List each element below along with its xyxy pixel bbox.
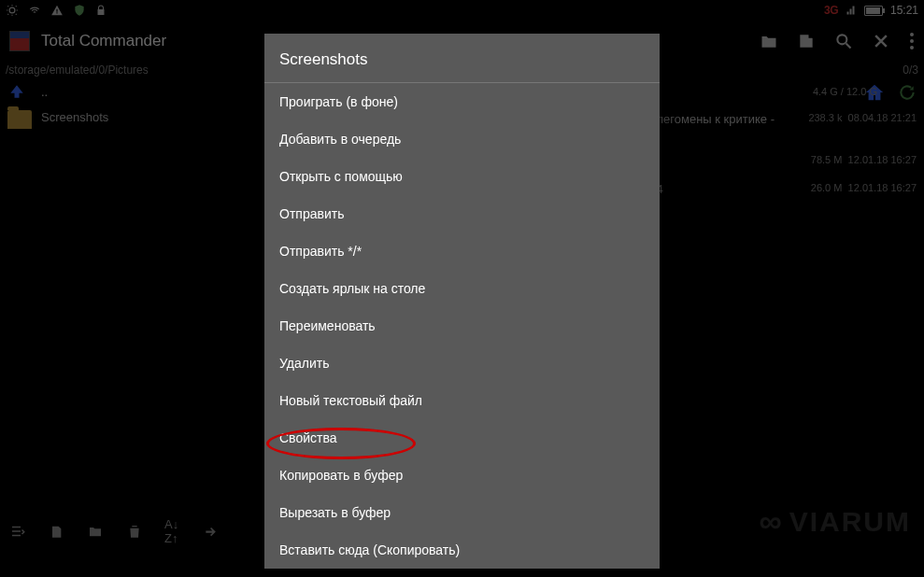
ctx-new-text-file[interactable]: Новый текстовый файл: [264, 382, 660, 419]
ctx-create-shortcut[interactable]: Создать ярлык на столе: [264, 270, 660, 307]
move-icon[interactable]: [86, 524, 105, 539]
search-icon[interactable]: [834, 32, 853, 50]
watermark: ∞ VIARUM: [759, 503, 911, 540]
battery-icon: [864, 6, 883, 16]
reload-icon[interactable]: [898, 83, 917, 102]
app-title: Total Commander: [41, 32, 166, 50]
shield-icon: [73, 4, 86, 17]
ctx-play-background[interactable]: Проиграть (в фоне): [264, 83, 660, 120]
svg-point-0: [9, 7, 15, 13]
ctx-properties[interactable]: Свойства: [264, 419, 660, 457]
signal-icon: [846, 5, 857, 16]
storage-info: 4.4 G / 12.0 G: [813, 86, 877, 97]
ctx-open-with[interactable]: Открыть с помощью: [264, 158, 660, 195]
right-panel-count: 0/3: [903, 63, 918, 77]
up-arrow-icon: [7, 82, 26, 101]
forward-icon[interactable]: [201, 525, 220, 538]
ctx-copy-clipboard[interactable]: Копировать в буфер: [264, 457, 660, 494]
lock-icon: [95, 4, 107, 17]
more-icon[interactable]: [909, 32, 915, 50]
svg-point-4: [910, 46, 914, 49]
app-icon: [9, 31, 30, 51]
close-icon[interactable]: [872, 32, 890, 50]
context-menu-title: Screenshots: [264, 34, 660, 83]
android-status-bar: 3G 15:21: [0, 0, 924, 21]
copy-icon[interactable]: [49, 523, 64, 540]
wifi-icon: [28, 4, 41, 17]
folder-action-icon[interactable]: [760, 32, 778, 50]
infinity-icon: ∞: [759, 503, 783, 540]
left-panel-path[interactable]: /storage/emulated/0/Pictures: [6, 63, 149, 77]
ctx-rename[interactable]: Переименовать: [264, 307, 660, 345]
ctx-send[interactable]: Отправить: [264, 195, 660, 232]
sort-icon[interactable]: A↓Z↑: [164, 517, 178, 545]
ctx-add-queue[interactable]: Добавить в очередь: [264, 120, 660, 158]
warning-icon: [50, 4, 64, 17]
network-3g-indicator: 3G: [824, 4, 838, 17]
clock: 15:21: [890, 4, 918, 17]
up-label: ..: [41, 85, 48, 99]
sync-icon: [6, 4, 19, 17]
new-file-icon[interactable]: [797, 32, 816, 50]
delete-icon[interactable]: [127, 523, 142, 540]
svg-point-1: [837, 35, 846, 44]
ctx-cut-clipboard[interactable]: Вырезать в буфер: [264, 494, 660, 531]
folder-icon: [7, 110, 32, 129]
svg-point-2: [910, 33, 914, 36]
ctx-delete[interactable]: Удалить: [264, 345, 660, 382]
context-menu: Screenshots Проиграть (в фоне) Добавить …: [264, 34, 660, 569]
select-icon[interactable]: [9, 523, 26, 540]
ctx-paste-here[interactable]: Вставить сюда (Скопировать): [264, 531, 660, 569]
ctx-send-star[interactable]: Отправить */*: [264, 232, 660, 270]
svg-point-3: [910, 39, 914, 43]
